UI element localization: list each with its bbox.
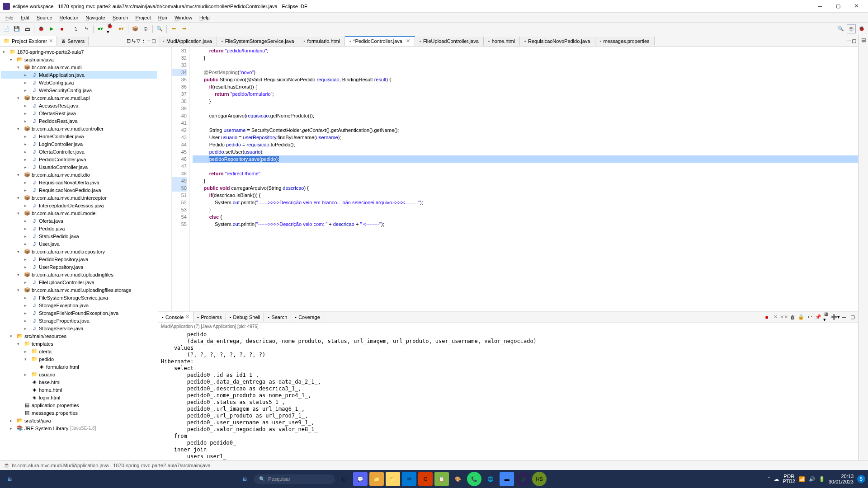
tree-item[interactable]: ▸JMudiApplication.java xyxy=(1,71,157,79)
volume-icon[interactable]: 🔊 xyxy=(809,476,815,482)
tree-item[interactable]: ◈formulario.html xyxy=(1,363,157,371)
new-icon[interactable]: 📄 xyxy=(2,24,11,33)
new-class-icon[interactable]: © xyxy=(141,24,150,33)
tree-item[interactable]: ▾📦br.com.alura.mvc.mudi.interceptor xyxy=(1,194,157,202)
tree-item[interactable]: ▤messages.properties xyxy=(1,409,157,417)
menu-file[interactable]: File xyxy=(2,14,17,21)
panel-tab-search[interactable]: ▪ Search xyxy=(264,313,291,322)
chrome-icon[interactable]: 🌐 xyxy=(483,472,498,486)
tree-item[interactable]: ▸JOferta.java xyxy=(1,217,157,225)
open-console-icon[interactable]: ➕▾ xyxy=(832,314,839,321)
word-wrap-icon[interactable]: ↩ xyxy=(806,314,813,321)
tab-servers[interactable]: 🖥 Servers xyxy=(57,37,89,46)
notifications-icon[interactable]: 5 xyxy=(857,475,865,483)
debug-icon[interactable]: 🐞 xyxy=(37,24,46,33)
run-icon[interactable]: ▶ xyxy=(47,24,56,33)
tree-item[interactable]: ▾📂src/main/resources xyxy=(1,332,157,340)
tree-item[interactable]: ▸JLoginController.java xyxy=(1,140,157,148)
tree-item[interactable]: ◈login.html xyxy=(1,394,157,401)
remove-all-icon[interactable]: ⨯⨯ xyxy=(780,314,788,321)
perspective-java-icon[interactable]: ☕ xyxy=(847,24,856,33)
tree-item[interactable]: ▸JOfertaController.java xyxy=(1,148,157,155)
tree-item[interactable]: ▸JInterceptadorDeAcessos.java xyxy=(1,202,157,209)
minimize-button[interactable]: ─ xyxy=(811,0,829,13)
editor-tab[interactable]: ▪FileSystemStorageService.java xyxy=(217,37,299,46)
menu-navigate[interactable]: Navigate xyxy=(82,14,108,21)
debug-config-icon[interactable]: 🐞▾ xyxy=(106,24,115,33)
tree-item[interactable]: ▾📂src/main/java xyxy=(1,56,157,63)
tree-item[interactable]: ◈base.html xyxy=(1,378,157,386)
save-icon[interactable]: 💾 xyxy=(12,24,21,33)
taskbar-search[interactable]: 🔍 Pesquisar xyxy=(254,474,335,484)
tree-item[interactable]: ▸📁oferta xyxy=(1,347,157,355)
terminate-icon[interactable]: ■ xyxy=(763,314,770,321)
tree-item[interactable]: ▸JStorageService.java xyxy=(1,324,157,332)
tree-item[interactable]: ▸JPedidoController.java xyxy=(1,155,157,163)
editor-tab[interactable]: ▪*PedidoController.java✕ xyxy=(345,36,415,46)
tree-item[interactable]: ▾📁pedido xyxy=(1,355,157,363)
run-config-icon[interactable]: ●▾ xyxy=(96,24,105,33)
app-icon[interactable]: 📋 xyxy=(434,472,449,486)
tab-project-explorer[interactable]: 📁 Project Explorer ✕ xyxy=(0,36,57,46)
console-output[interactable]: pedido (data_da_entrega, descricao, nome… xyxy=(158,330,858,460)
mail-icon[interactable]: ✉ xyxy=(402,472,416,486)
step-icon[interactable]: ⤵ xyxy=(71,24,80,33)
editor-tab[interactable]: ▪MudiApplication.java xyxy=(158,37,217,46)
maximize-view-icon[interactable]: ▢ xyxy=(151,38,156,44)
tree-item[interactable]: ▾📦br.com.alura.mvc.mudi.api xyxy=(1,94,157,102)
tree-item[interactable]: ▸📂src/test/java xyxy=(1,417,157,424)
tree-item[interactable]: ▸JFileUploadController.java xyxy=(1,278,157,286)
panel-tab-problems[interactable]: ▪ Problems xyxy=(193,313,226,322)
editor-tab[interactable]: ▪messages.properties xyxy=(595,37,655,46)
menu-search[interactable]: Search xyxy=(109,14,132,21)
explorer-icon[interactable]: 📁 xyxy=(386,472,400,486)
panel-tab-debug-shell[interactable]: ▪ Debug Shell xyxy=(226,313,264,322)
tree-item[interactable]: ▸JWebConfig.java xyxy=(1,79,157,86)
clock[interactable]: 20:1330/01/2023 xyxy=(829,474,854,484)
stop-icon[interactable]: ■ xyxy=(57,24,66,33)
editor-tab[interactable]: ▪home.html xyxy=(484,37,520,46)
menu-edit[interactable]: Edit xyxy=(17,14,33,21)
heidisql-icon[interactable]: HS xyxy=(532,472,547,486)
scroll-lock-icon[interactable]: 🔒 xyxy=(797,314,805,321)
menu-help[interactable]: Help xyxy=(196,14,213,21)
close-icon[interactable]: ✕ xyxy=(185,314,189,320)
eclipse-icon[interactable]: 🌑 xyxy=(516,472,530,486)
editor-tab[interactable]: ▪formulario.html xyxy=(299,37,345,46)
system-tray[interactable]: ˄ ☁ PORPTB2 📶 🔊 🔋 20:1330/01/2023 5 xyxy=(768,474,865,484)
tree-item[interactable]: ▸JUser.java xyxy=(1,240,157,248)
step-over-icon[interactable]: ⤷ xyxy=(82,24,91,33)
tree-item[interactable]: ▸JWebSecurityConfig.java xyxy=(1,86,157,94)
app-icon[interactable]: 💬 xyxy=(353,472,368,486)
app-icon[interactable]: ▬ xyxy=(500,472,514,486)
back-icon[interactable]: ⬅ xyxy=(169,24,178,33)
maximize-editor-icon[interactable]: ▢ xyxy=(852,38,856,44)
tree-item[interactable]: ▾📦br.com.alura.mvc.mudi.uploadingfiles xyxy=(1,271,157,278)
windows-icon[interactable]: ⊞ xyxy=(237,472,252,486)
panel-tab-console[interactable]: ▪ Console ✕ xyxy=(158,312,193,322)
outline-icon[interactable]: ▤ xyxy=(861,37,866,43)
tree-item[interactable]: ▸📁usuario xyxy=(1,371,157,378)
coverage-icon[interactable]: ●▾ xyxy=(117,24,126,33)
tree-item[interactable]: ◈home.html xyxy=(1,386,157,394)
tree-item[interactable]: ▾📦br.com.alura.mvc.mudi.repository xyxy=(1,248,157,255)
tree-item[interactable]: ▸JOfertasRest.java xyxy=(1,109,157,117)
save-all-icon[interactable]: 🗃 xyxy=(23,24,32,33)
remove-launch-icon[interactable]: ✕ xyxy=(772,314,779,321)
pin-console-icon[interactable]: 📌 xyxy=(815,314,822,321)
search-icon[interactable]: 🔍 xyxy=(155,24,164,33)
tree-item[interactable]: ▸JRequisicaoNovoPedido.java xyxy=(1,186,157,194)
tree-item[interactable]: ▸JUserRepository.java xyxy=(1,263,157,271)
tree-item[interactable]: ▾📦br.com.alura.mvc.mudi.controller xyxy=(1,125,157,132)
editor-tab[interactable]: ▪RequisicaoNovoPedido.java xyxy=(520,37,595,46)
tree-item[interactable]: ▸JStorageFileNotFoundException.java xyxy=(1,309,157,317)
menu-source[interactable]: Source xyxy=(33,14,56,21)
editor-tab[interactable]: ▪FileUploadController.java xyxy=(415,37,484,46)
folding-ruler[interactable] xyxy=(158,47,172,311)
tree-item[interactable]: ▸JFileSystemStorageService.java xyxy=(1,294,157,301)
close-icon[interactable]: ✕ xyxy=(406,38,410,44)
tree-item[interactable]: ▾📁templates xyxy=(1,340,157,347)
onedrive-icon[interactable]: ☁ xyxy=(774,476,779,482)
tree-item[interactable]: ▾📦br.com.alura.mvc.mudi.dto xyxy=(1,171,157,178)
tree-item[interactable]: ▸JStorageProperties.java xyxy=(1,317,157,324)
